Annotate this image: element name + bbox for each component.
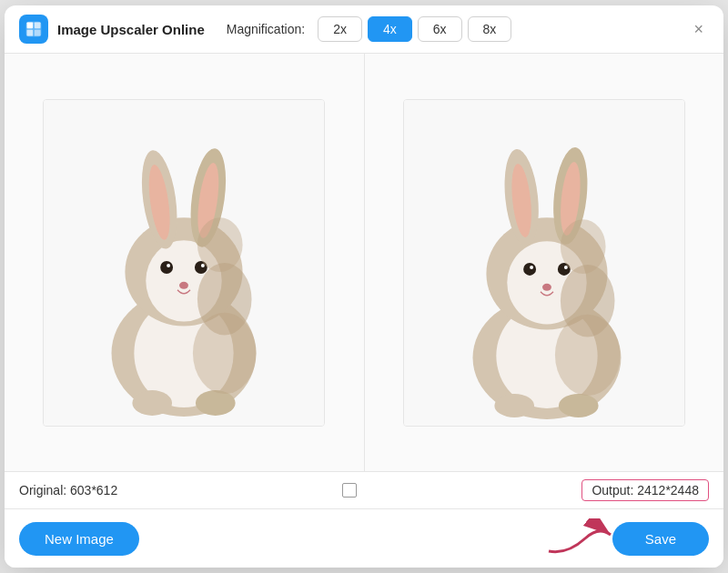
mag-4x-button[interactable]: 4x [368,16,412,42]
svg-point-39 [559,394,599,417]
svg-point-14 [160,261,173,274]
titlebar: Image Upscaler Online Magnification: 2x … [5,5,723,54]
svg-point-33 [523,263,536,276]
arrow-save-container: Save [540,518,709,558]
svg-point-36 [564,265,568,268]
svg-point-20 [196,390,236,416]
save-button[interactable]: Save [612,522,709,556]
close-button[interactable]: × [688,19,709,39]
magnification-buttons: 2x 4x 6x 8x [318,16,511,42]
divider-icon [342,483,357,498]
original-dimensions: Original: 603*612 [19,483,117,498]
svg-point-38 [494,394,534,417]
upscaled-image-box [403,99,685,427]
svg-rect-1 [27,23,34,29]
main-content [5,54,723,471]
svg-rect-3 [27,30,34,36]
svg-point-42 [555,314,621,395]
svg-rect-4 [35,30,41,36]
original-rabbit-image [44,100,324,426]
mag-6x-button[interactable]: 6x [418,16,462,42]
arrow-icon [540,518,622,558]
upscaled-image-panel [365,54,724,471]
original-image-box [43,99,325,427]
magnification-label: Magnification: [227,22,305,36]
main-window: Image Upscaler Online Magnification: 2x … [5,5,723,568]
svg-rect-2 [35,23,41,29]
upscaled-rabbit-image [404,100,684,426]
output-dimensions: Output: 2412*2448 [581,479,709,501]
svg-point-22 [197,217,243,272]
footer: New Image Save [5,508,723,568]
statusbar: Original: 603*612 Output: 2412*2448 [5,471,723,508]
svg-point-37 [542,283,551,290]
mag-2x-button[interactable]: 2x [318,16,362,42]
svg-point-16 [167,263,170,266]
new-image-button[interactable]: New Image [19,522,139,556]
svg-point-17 [201,263,205,266]
svg-point-41 [561,219,606,274]
svg-point-19 [133,390,173,416]
svg-point-35 [530,265,533,268]
svg-point-23 [193,312,257,393]
svg-point-18 [179,281,188,288]
original-image-panel [5,54,365,471]
app-title: Image Upscaler Online [57,22,205,37]
mag-8x-button[interactable]: 8x [468,16,512,42]
app-icon [19,15,48,44]
